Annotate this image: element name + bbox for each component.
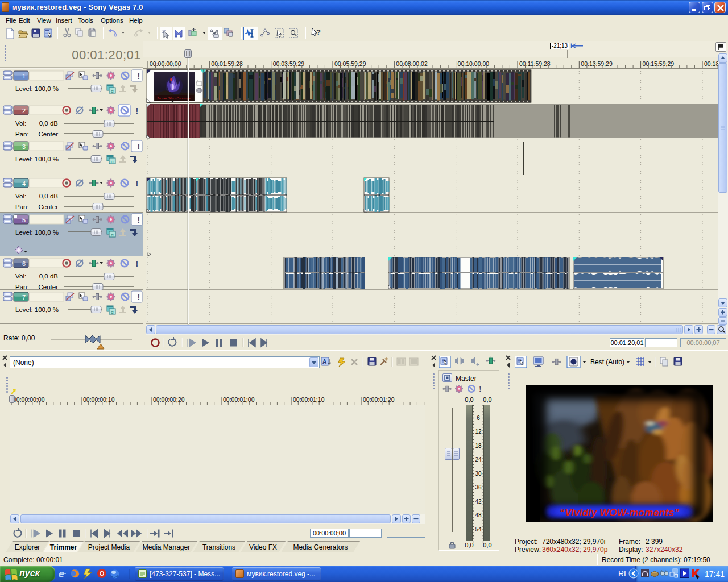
svg-text:7: 7 <box>22 294 26 301</box>
svg-text:00:05:59;29: 00:05:59;29 <box>334 60 366 67</box>
svg-text:Vol:: Vol: <box>15 120 26 127</box>
svg-text:00:00:00;00: 00:00:00;00 <box>13 396 45 403</box>
svg-text:Center: Center <box>38 203 58 210</box>
svg-text:00:15:59;29: 00:15:59;29 <box>643 60 675 67</box>
svg-text:!: ! <box>479 385 482 394</box>
svg-text:5: 5 <box>22 217 26 223</box>
svg-text:Pan:: Pan: <box>15 203 29 210</box>
svg-text:18: 18 <box>475 443 482 449</box>
svg-text:12: 12 <box>475 429 482 435</box>
svg-text:Level:: Level: <box>15 85 33 92</box>
svg-text:Vol:: Vol: <box>15 193 26 199</box>
svg-text:00:03:59;29: 00:03:59;29 <box>273 60 305 67</box>
svg-text:Pan:: Pan: <box>15 284 29 290</box>
svg-text:100,0 %: 100,0 % <box>35 85 59 92</box>
svg-text:00:01:59;28: 00:01:59;28 <box>211 60 243 67</box>
svg-text:6: 6 <box>22 260 26 267</box>
svg-text:1: 1 <box>22 73 26 80</box>
svg-text:00:00:01;00: 00:00:01;00 <box>223 396 255 403</box>
svg-text:Level:: Level: <box>15 306 33 313</box>
svg-text:A: A <box>322 359 326 365</box>
svg-text:24: 24 <box>475 456 482 463</box>
svg-text:54: 54 <box>475 526 482 533</box>
svg-text:2: 2 <box>22 107 26 114</box>
svg-text:6: 6 <box>477 415 480 421</box>
svg-text:Level:: Level: <box>15 229 33 236</box>
svg-text:“Vividly WOW-moments”: “Vividly WOW-moments” <box>560 507 679 518</box>
svg-text:0,0 dB: 0,0 dB <box>39 273 59 280</box>
svg-text:100,0 %: 100,0 % <box>35 229 59 236</box>
svg-text:00:00:00;20: 00:00:00;20 <box>153 396 185 403</box>
svg-text:00:00:00;10: 00:00:00;10 <box>83 396 115 403</box>
svg-text:Center: Center <box>38 284 58 290</box>
svg-text:00:11:59;28: 00:11:59;28 <box>519 60 551 67</box>
svg-text:e: e <box>59 568 64 580</box>
svg-text:00:10:00;00: 00:10:00;00 <box>458 60 490 67</box>
svg-text:100,0 %: 100,0 % <box>35 156 59 163</box>
svg-text:Level:: Level: <box>15 156 33 163</box>
svg-text:100,0 %: 100,0 % <box>35 306 59 313</box>
svg-text:3: 3 <box>22 143 26 150</box>
svg-text:00:00:01;10: 00:00:01;10 <box>293 396 325 403</box>
svg-text:00:08:00;02: 00:08:00;02 <box>396 60 428 67</box>
svg-text:48: 48 <box>475 512 482 518</box>
svg-text:Vol:: Vol: <box>15 273 26 280</box>
svg-text:0,0 dB: 0,0 dB <box>39 120 59 127</box>
svg-text:00:13:59;29: 00:13:59;29 <box>581 60 613 67</box>
svg-text:Center: Center <box>38 131 58 138</box>
svg-text:30: 30 <box>475 471 482 477</box>
svg-text:00:00:00;00: 00:00:00;00 <box>150 60 181 67</box>
svg-text:Best (Auto): Best (Auto) <box>590 358 624 366</box>
svg-text:0,0 dB: 0,0 dB <box>39 193 59 199</box>
svg-text:00:00:01;20: 00:00:01;20 <box>363 396 395 403</box>
svg-text:Pan:: Pan: <box>15 131 29 138</box>
svg-text:36: 36 <box>475 484 482 490</box>
svg-text:?: ? <box>316 28 321 36</box>
svg-text:42: 42 <box>475 498 482 505</box>
svg-text:4: 4 <box>22 180 26 187</box>
